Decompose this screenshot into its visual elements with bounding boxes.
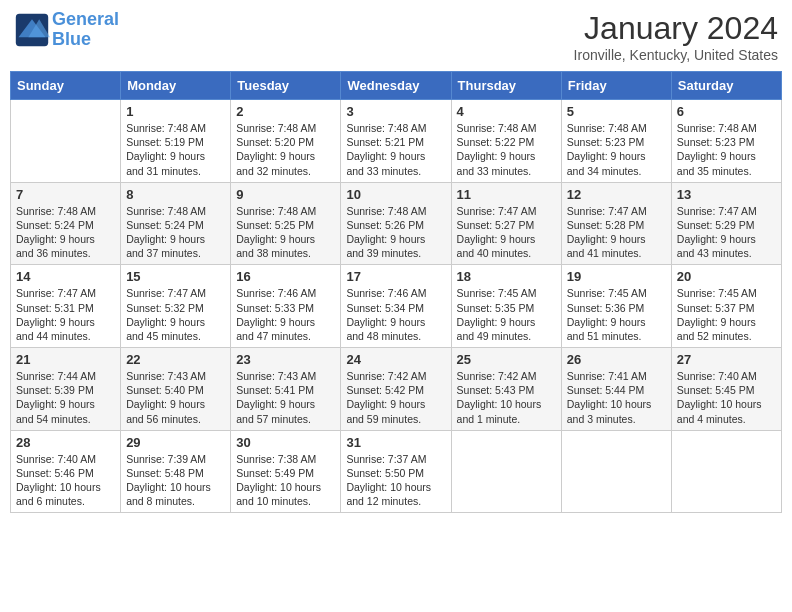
calendar-cell: 27Sunrise: 7:40 AMSunset: 5:45 PMDayligh…	[671, 348, 781, 431]
day-number: 12	[567, 187, 666, 202]
calendar-week-row: 1Sunrise: 7:48 AMSunset: 5:19 PMDaylight…	[11, 100, 782, 183]
calendar-cell: 14Sunrise: 7:47 AMSunset: 5:31 PMDayligh…	[11, 265, 121, 348]
month-title: January 2024	[574, 10, 778, 47]
day-info: Sunrise: 7:48 AMSunset: 5:22 PMDaylight:…	[457, 121, 556, 178]
calendar-cell: 12Sunrise: 7:47 AMSunset: 5:28 PMDayligh…	[561, 182, 671, 265]
day-number: 23	[236, 352, 335, 367]
day-info: Sunrise: 7:48 AMSunset: 5:23 PMDaylight:…	[677, 121, 776, 178]
calendar-cell: 4Sunrise: 7:48 AMSunset: 5:22 PMDaylight…	[451, 100, 561, 183]
calendar-cell: 31Sunrise: 7:37 AMSunset: 5:50 PMDayligh…	[341, 430, 451, 513]
day-info: Sunrise: 7:45 AMSunset: 5:37 PMDaylight:…	[677, 286, 776, 343]
day-info: Sunrise: 7:48 AMSunset: 5:20 PMDaylight:…	[236, 121, 335, 178]
logo-text: General Blue	[52, 10, 119, 50]
day-info: Sunrise: 7:39 AMSunset: 5:48 PMDaylight:…	[126, 452, 225, 509]
calendar-week-row: 28Sunrise: 7:40 AMSunset: 5:46 PMDayligh…	[11, 430, 782, 513]
day-info: Sunrise: 7:44 AMSunset: 5:39 PMDaylight:…	[16, 369, 115, 426]
day-info: Sunrise: 7:48 AMSunset: 5:24 PMDaylight:…	[126, 204, 225, 261]
logo-icon	[14, 12, 50, 48]
day-number: 1	[126, 104, 225, 119]
day-number: 4	[457, 104, 556, 119]
calendar-week-row: 14Sunrise: 7:47 AMSunset: 5:31 PMDayligh…	[11, 265, 782, 348]
location: Ironville, Kentucky, United States	[574, 47, 778, 63]
calendar-cell: 11Sunrise: 7:47 AMSunset: 5:27 PMDayligh…	[451, 182, 561, 265]
calendar-cell: 29Sunrise: 7:39 AMSunset: 5:48 PMDayligh…	[121, 430, 231, 513]
calendar-table: SundayMondayTuesdayWednesdayThursdayFrid…	[10, 71, 782, 513]
calendar-cell: 18Sunrise: 7:45 AMSunset: 5:35 PMDayligh…	[451, 265, 561, 348]
day-info: Sunrise: 7:43 AMSunset: 5:40 PMDaylight:…	[126, 369, 225, 426]
day-info: Sunrise: 7:40 AMSunset: 5:45 PMDaylight:…	[677, 369, 776, 426]
calendar-cell: 1Sunrise: 7:48 AMSunset: 5:19 PMDaylight…	[121, 100, 231, 183]
day-number: 18	[457, 269, 556, 284]
day-number: 6	[677, 104, 776, 119]
day-number: 3	[346, 104, 445, 119]
day-info: Sunrise: 7:48 AMSunset: 5:24 PMDaylight:…	[16, 204, 115, 261]
calendar-cell: 26Sunrise: 7:41 AMSunset: 5:44 PMDayligh…	[561, 348, 671, 431]
day-number: 19	[567, 269, 666, 284]
calendar-cell: 15Sunrise: 7:47 AMSunset: 5:32 PMDayligh…	[121, 265, 231, 348]
day-number: 8	[126, 187, 225, 202]
day-number: 10	[346, 187, 445, 202]
day-number: 24	[346, 352, 445, 367]
day-number: 20	[677, 269, 776, 284]
day-info: Sunrise: 7:46 AMSunset: 5:33 PMDaylight:…	[236, 286, 335, 343]
weekday-header: Wednesday	[341, 72, 451, 100]
day-info: Sunrise: 7:42 AMSunset: 5:43 PMDaylight:…	[457, 369, 556, 426]
calendar-cell: 21Sunrise: 7:44 AMSunset: 5:39 PMDayligh…	[11, 348, 121, 431]
calendar-cell: 10Sunrise: 7:48 AMSunset: 5:26 PMDayligh…	[341, 182, 451, 265]
calendar-cell: 24Sunrise: 7:42 AMSunset: 5:42 PMDayligh…	[341, 348, 451, 431]
day-info: Sunrise: 7:47 AMSunset: 5:29 PMDaylight:…	[677, 204, 776, 261]
calendar-cell: 30Sunrise: 7:38 AMSunset: 5:49 PMDayligh…	[231, 430, 341, 513]
day-info: Sunrise: 7:40 AMSunset: 5:46 PMDaylight:…	[16, 452, 115, 509]
day-number: 5	[567, 104, 666, 119]
day-info: Sunrise: 7:47 AMSunset: 5:28 PMDaylight:…	[567, 204, 666, 261]
calendar-cell	[11, 100, 121, 183]
weekday-header: Sunday	[11, 72, 121, 100]
day-info: Sunrise: 7:43 AMSunset: 5:41 PMDaylight:…	[236, 369, 335, 426]
calendar-cell: 17Sunrise: 7:46 AMSunset: 5:34 PMDayligh…	[341, 265, 451, 348]
calendar-cell: 13Sunrise: 7:47 AMSunset: 5:29 PMDayligh…	[671, 182, 781, 265]
day-info: Sunrise: 7:37 AMSunset: 5:50 PMDaylight:…	[346, 452, 445, 509]
day-number: 13	[677, 187, 776, 202]
day-number: 9	[236, 187, 335, 202]
calendar-cell: 2Sunrise: 7:48 AMSunset: 5:20 PMDaylight…	[231, 100, 341, 183]
day-number: 15	[126, 269, 225, 284]
day-info: Sunrise: 7:41 AMSunset: 5:44 PMDaylight:…	[567, 369, 666, 426]
day-info: Sunrise: 7:47 AMSunset: 5:27 PMDaylight:…	[457, 204, 556, 261]
day-number: 28	[16, 435, 115, 450]
calendar-cell: 19Sunrise: 7:45 AMSunset: 5:36 PMDayligh…	[561, 265, 671, 348]
calendar-cell: 9Sunrise: 7:48 AMSunset: 5:25 PMDaylight…	[231, 182, 341, 265]
day-number: 14	[16, 269, 115, 284]
day-number: 27	[677, 352, 776, 367]
calendar-cell: 8Sunrise: 7:48 AMSunset: 5:24 PMDaylight…	[121, 182, 231, 265]
title-section: January 2024 Ironville, Kentucky, United…	[574, 10, 778, 63]
calendar-cell: 5Sunrise: 7:48 AMSunset: 5:23 PMDaylight…	[561, 100, 671, 183]
weekday-header: Thursday	[451, 72, 561, 100]
calendar-cell: 16Sunrise: 7:46 AMSunset: 5:33 PMDayligh…	[231, 265, 341, 348]
calendar-week-row: 7Sunrise: 7:48 AMSunset: 5:24 PMDaylight…	[11, 182, 782, 265]
day-number: 22	[126, 352, 225, 367]
day-number: 25	[457, 352, 556, 367]
day-info: Sunrise: 7:48 AMSunset: 5:19 PMDaylight:…	[126, 121, 225, 178]
calendar-cell: 3Sunrise: 7:48 AMSunset: 5:21 PMDaylight…	[341, 100, 451, 183]
calendar-cell	[671, 430, 781, 513]
day-number: 29	[126, 435, 225, 450]
calendar-cell: 6Sunrise: 7:48 AMSunset: 5:23 PMDaylight…	[671, 100, 781, 183]
calendar-cell	[451, 430, 561, 513]
day-info: Sunrise: 7:48 AMSunset: 5:21 PMDaylight:…	[346, 121, 445, 178]
calendar-cell: 25Sunrise: 7:42 AMSunset: 5:43 PMDayligh…	[451, 348, 561, 431]
day-info: Sunrise: 7:47 AMSunset: 5:31 PMDaylight:…	[16, 286, 115, 343]
day-number: 30	[236, 435, 335, 450]
logo: General Blue	[14, 10, 119, 50]
day-info: Sunrise: 7:48 AMSunset: 5:23 PMDaylight:…	[567, 121, 666, 178]
day-info: Sunrise: 7:42 AMSunset: 5:42 PMDaylight:…	[346, 369, 445, 426]
day-info: Sunrise: 7:47 AMSunset: 5:32 PMDaylight:…	[126, 286, 225, 343]
day-info: Sunrise: 7:38 AMSunset: 5:49 PMDaylight:…	[236, 452, 335, 509]
calendar-cell: 23Sunrise: 7:43 AMSunset: 5:41 PMDayligh…	[231, 348, 341, 431]
page-header: General Blue January 2024 Ironville, Ken…	[10, 10, 782, 63]
day-number: 31	[346, 435, 445, 450]
day-info: Sunrise: 7:45 AMSunset: 5:35 PMDaylight:…	[457, 286, 556, 343]
calendar-cell: 22Sunrise: 7:43 AMSunset: 5:40 PMDayligh…	[121, 348, 231, 431]
day-info: Sunrise: 7:48 AMSunset: 5:25 PMDaylight:…	[236, 204, 335, 261]
calendar-cell: 20Sunrise: 7:45 AMSunset: 5:37 PMDayligh…	[671, 265, 781, 348]
weekday-header: Tuesday	[231, 72, 341, 100]
